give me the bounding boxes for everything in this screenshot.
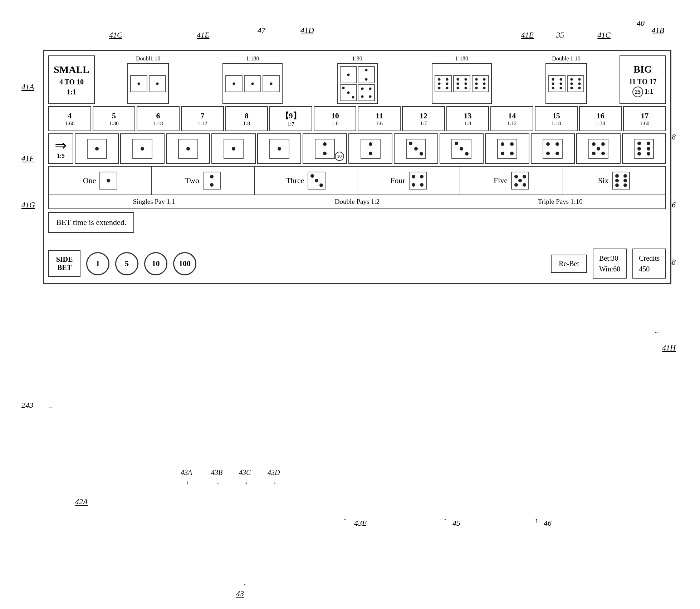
num-cell-7[interactable]: 7 1:12 [181,106,224,131]
dice-cell-3[interactable] [166,133,210,164]
odds-17: 1:60 [640,121,650,127]
num-cell-10[interactable]: 10 1:6 [314,106,357,131]
num-cell-17[interactable]: 17 1:60 [623,106,666,131]
label-41e-left: 41E [197,30,209,40]
individual-four[interactable]: Four [357,167,460,195]
dice-cell-12[interactable] [576,133,620,164]
message-box: BET time is extended. [48,212,134,233]
label-43d: 43D [268,468,280,477]
side-bet-button[interactable]: SIDE BET [48,250,80,277]
arrow-43b: ↓ [216,479,219,486]
label-41e-right: 41E [521,30,534,40]
combo-triple-low-dice [222,63,283,104]
num-cell-4[interactable]: 4 1:60 [48,106,91,131]
label-six: Six [598,176,608,185]
num-cell-8[interactable]: 8 1:8 [225,106,268,131]
label-41f: 41F [21,154,34,163]
win-label: Win:60 [599,264,620,274]
arrow-icon: ⇒ [55,138,67,153]
side-bet-label2: BET [55,264,74,272]
odds-12: 1:7 [420,121,427,127]
individual-box: One Two Three [48,166,666,209]
label-41h: 41H [662,343,676,353]
arrow-43c: ↓ [245,479,248,486]
label-243: 243 [21,401,33,410]
individual-one[interactable]: One [49,167,152,195]
page: 40 41B 41C 35 41E 41D 47 41E 41C 41A → 4… [0,0,700,609]
chip-5-label: 5 [125,259,129,268]
label-43b: 43B [211,468,222,477]
combo-any-triple-label: 1:30 [352,55,362,62]
odds-15: 1:18 [552,121,561,127]
label-45: 45 [452,519,460,528]
dice-cell-10[interactable] [485,133,529,164]
num-10: 10 [331,111,339,121]
big-box[interactable]: BIG 11 TO 17 25 1:1 [620,55,666,104]
num-cell-16[interactable]: 16 1:30 [579,106,622,131]
small-box[interactable]: SMALL 4 TO 10 1:1 [48,55,95,104]
message-area: BET time is extended. [48,212,666,240]
individual-five[interactable]: Five [460,167,563,195]
individual-three[interactable]: Three [255,167,357,195]
num-9: 【9】 [281,110,301,121]
individual-six[interactable]: Six [563,167,665,195]
odds-5: 1:30 [109,121,119,127]
dice-cell-8[interactable] [394,133,438,164]
num-cell-12[interactable]: 12 1:7 [402,106,445,131]
dice-cell-9[interactable] [440,133,484,164]
num-cell-15[interactable]: 15 1:18 [535,106,578,131]
chip-5-button[interactable]: 5 [115,252,138,275]
combo-double-low[interactable]: Doubl1:10 [97,55,199,104]
combo-triple-high-dice [432,63,492,104]
num-16: 16 [597,111,604,121]
chip-100-label: 100 [179,259,191,268]
arrow-43e: ↑ [343,517,347,524]
arrow-cell[interactable]: ⇒ 1:5 [48,133,73,164]
num-cell-14[interactable]: 14 1:12 [490,106,533,131]
dice-cell-6[interactable]: 10 [303,133,347,164]
num-cell-11[interactable]: 11 1:6 [358,106,401,131]
combo-double-high[interactable]: Double 1:10 [515,55,617,104]
chip-1-button[interactable]: 1 [86,252,109,275]
dice-cell-7[interactable] [348,133,392,164]
num-cell-13[interactable]: 13 1:8 [446,106,489,131]
label-41d: 41D [300,26,314,35]
small-odds: 1:1 [67,87,77,97]
odds-8: 1:8 [243,121,250,127]
num-cell-5[interactable]: 5 1:30 [93,106,136,131]
game-board: SMALL 4 TO 10 1:1 Doubl1:10 1:180 [43,50,671,284]
label-41c-left: 41C [109,30,122,40]
label-46: 46 [544,519,552,528]
rebet-button[interactable]: Re-Bet [551,255,587,273]
dice-cell-2[interactable] [120,133,164,164]
dice-cell-5[interactable] [257,133,301,164]
dice-cell-1[interactable] [75,133,119,164]
dice-cell-11[interactable] [531,133,575,164]
chip-10-button[interactable]: 10 [144,252,167,275]
bet-label: Bet:30 [599,253,620,264]
big-odds: 1:1 [645,87,653,96]
arrow-43: ↑ [243,582,246,589]
combo-triple-low[interactable]: 1:180 [201,55,304,104]
pay-info-row: Singles Pay 1:1 Double Pays 1:2 Triple P… [49,195,665,208]
label-41a: 41A [21,82,34,92]
combo-any-triple[interactable]: 1:30 [306,55,408,104]
bet-info-box: Bet:30 Win:60 [593,249,627,279]
combo-any-triple-dice [337,63,378,104]
num-cell-6[interactable]: 6 1:18 [137,106,180,131]
odds-7: 1:12 [197,121,207,127]
combo-double-high-dice [545,63,587,104]
chip-100-button[interactable]: 100 [173,252,196,275]
combo-triple-high[interactable]: 1:180 [411,55,513,104]
chip-1-label: 1 [96,259,100,268]
singles-pay: Singles Pay 1:1 [53,198,256,206]
arrow-43d: ↓ [273,479,276,486]
label-47: 47 [258,26,265,35]
num-14: 14 [508,111,516,121]
dice-cell-4[interactable] [211,133,255,164]
side-bet-label: SIDE [55,255,74,264]
num-cell-9[interactable]: 【9】 1:7 [269,106,312,131]
label-four: Four [390,176,405,185]
dice-cell-13[interactable] [622,133,666,164]
individual-two[interactable]: Two [152,167,254,195]
